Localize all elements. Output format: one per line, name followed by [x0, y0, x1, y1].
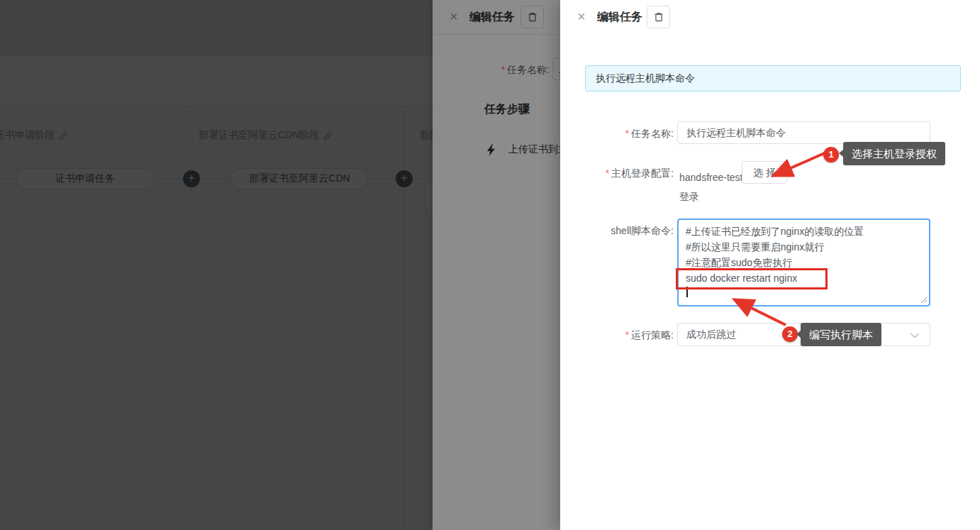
required-marker: * — [625, 128, 629, 139]
host-login-label: *主机登录配置: — [560, 167, 674, 180]
task-name-input[interactable]: 执行远程主机脚本命令 — [677, 121, 930, 144]
annotation-step-badge-1: 1 — [823, 147, 839, 162]
required-marker: * — [606, 167, 609, 179]
task-name-label: *任务名称: — [560, 128, 674, 140]
shell-command-label: shell脚本命令: — [560, 225, 674, 238]
host-login-value: handsfree-test登录 — [679, 168, 749, 206]
run-policy-label: *运行策略: — [560, 329, 674, 342]
select-value: 成功后跳过 — [686, 329, 736, 340]
screen: 证书申请阶段 部署证书至阿里云CDN阶段 新阶段 证书申请任务 — [0, 0, 980, 530]
shell-command-textarea[interactable]: #上传证书已经放到了nginx的读取的位置 #所以这里只需要重启nginx就行 … — [677, 219, 930, 307]
required-marker: * — [625, 329, 629, 341]
task-type-info-alert: 执行远程主机脚本命令 — [585, 65, 961, 92]
chevron-down-icon — [910, 333, 920, 338]
annotation-tooltip-1: 选择主机登录授权 — [843, 142, 945, 165]
drawer-edit-task-front: × 编辑任务 执行远程主机脚本命令 *任务名称: 执行远程主机脚本命令 *主机登… — [560, 0, 980, 530]
choose-host-button[interactable]: 选 择 — [742, 161, 787, 184]
label-text: 主机登录配置: — [611, 167, 674, 179]
annotation-step-badge-2: 2 — [782, 326, 798, 342]
label-text: 运行策略: — [631, 329, 674, 341]
delete-task-button[interactable] — [647, 6, 670, 28]
label-text: 任务名称: — [631, 128, 674, 139]
annotation-tooltip-2: 编写执行脚本 — [801, 323, 881, 346]
label-text: shell脚本命令: — [611, 225, 674, 236]
shell-line: #上传证书已经放到了nginx的读取的位置 — [686, 223, 922, 239]
trash-icon — [653, 11, 664, 23]
shell-line: #所以这里只需要重启nginx就行 — [686, 239, 922, 255]
annotation-highlight-rect — [676, 268, 828, 289]
close-icon[interactable]: × — [577, 9, 586, 24]
textarea-resize-handle[interactable] — [920, 296, 927, 303]
drawer-front-scrim — [0, 0, 560, 530]
drawer-title: 编辑任务 — [597, 10, 642, 25]
